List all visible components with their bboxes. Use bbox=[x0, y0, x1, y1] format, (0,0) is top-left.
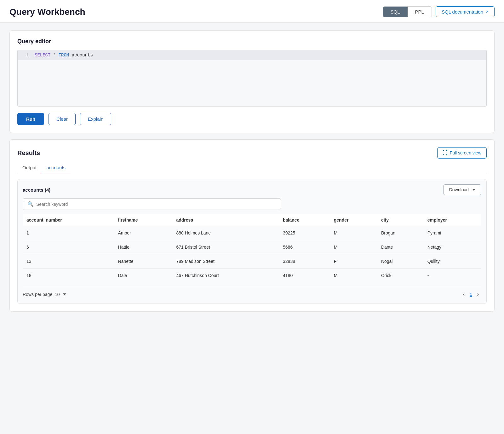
table-header-row-cols: account_number firstname address balance… bbox=[23, 214, 481, 226]
clear-button[interactable]: Clear bbox=[49, 113, 76, 125]
line-content: SELECT * FROM accounts bbox=[33, 53, 486, 58]
col-account-number: account_number bbox=[23, 214, 114, 226]
download-label: Download bbox=[449, 187, 469, 192]
cell-address: 880 Holmes Lane bbox=[172, 226, 279, 240]
results-tabs: Output accounts bbox=[17, 162, 487, 173]
col-firstname: firstname bbox=[114, 214, 173, 226]
keyword-from: FROM bbox=[59, 53, 69, 58]
cell-account_number: 1 bbox=[23, 226, 114, 240]
cell-city: Orick bbox=[377, 269, 424, 283]
cell-balance: 5686 bbox=[279, 240, 330, 254]
explain-button[interactable]: Explain bbox=[80, 113, 111, 125]
sql-doc-label: SQL documentation bbox=[442, 9, 483, 14]
col-city: city bbox=[377, 214, 424, 226]
cell-city: Dante bbox=[377, 240, 424, 254]
col-address: address bbox=[172, 214, 279, 226]
cell-employer: - bbox=[424, 269, 481, 283]
fullscreen-button[interactable]: ⛶ Full screen view bbox=[437, 147, 487, 159]
cell-address: 789 Madison Street bbox=[172, 254, 279, 269]
fullscreen-label: Full screen view bbox=[450, 150, 481, 155]
cell-employer: Pyrami bbox=[424, 226, 481, 240]
cell-gender: M bbox=[330, 240, 377, 254]
cell-city: Nogal bbox=[377, 254, 424, 269]
col-gender: gender bbox=[330, 214, 377, 226]
cell-address: 467 Hutchinson Court bbox=[172, 269, 279, 283]
header-right: SQL PPL SQL documentation ↗ bbox=[383, 6, 495, 17]
tab-output[interactable]: Output bbox=[17, 162, 42, 173]
editor-line-1: 1 SELECT * FROM accounts bbox=[18, 50, 486, 60]
search-icon: 🔍 bbox=[27, 201, 34, 207]
next-page-button[interactable]: › bbox=[475, 290, 481, 298]
results-table: account_number firstname address balance… bbox=[23, 214, 481, 282]
query-table: accounts bbox=[69, 53, 93, 58]
cell-address: 671 Bristol Street bbox=[172, 240, 279, 254]
cell-firstname: Hattie bbox=[114, 240, 173, 254]
table-row: 1Amber880 Holmes Lane39225MBroganPyrami bbox=[23, 226, 481, 240]
external-link-icon: ↗ bbox=[485, 9, 489, 14]
search-input[interactable] bbox=[36, 202, 276, 207]
table-row: 13Nanette789 Madison Street32838FNogalQu… bbox=[23, 254, 481, 269]
chevron-down-icon bbox=[472, 189, 475, 191]
cell-balance: 32838 bbox=[279, 254, 330, 269]
rows-per-page-chevron bbox=[63, 293, 66, 295]
cell-firstname: Nanette bbox=[114, 254, 173, 269]
page-header: Query Workbench SQL PPL SQL documentatio… bbox=[0, 0, 504, 23]
search-bar[interactable]: 🔍 bbox=[23, 198, 281, 210]
results-title: Results bbox=[17, 149, 40, 157]
page-title: Query Workbench bbox=[9, 7, 85, 17]
query-star: * bbox=[50, 53, 58, 58]
ppl-toggle-button[interactable]: PPL bbox=[408, 7, 432, 17]
cell-balance: 39225 bbox=[279, 226, 330, 240]
results-header: Results ⛶ Full screen view bbox=[17, 147, 487, 159]
tab-accounts[interactable]: accounts bbox=[42, 162, 71, 173]
current-page[interactable]: 1 bbox=[470, 292, 472, 297]
col-employer: employer bbox=[424, 214, 481, 226]
fullscreen-icon: ⛶ bbox=[443, 150, 448, 156]
table-row: 6Hattie671 Bristol Street5686MDanteNetag… bbox=[23, 240, 481, 254]
sql-documentation-button[interactable]: SQL documentation ↗ bbox=[436, 6, 495, 17]
rows-per-page-label: Rows per page: 10 bbox=[23, 292, 60, 297]
query-editor-title: Query editor bbox=[17, 38, 487, 45]
page-content: Query editor 1 SELECT * FROM accounts Ru… bbox=[0, 23, 504, 319]
rows-per-page[interactable]: Rows per page: 10 bbox=[23, 292, 66, 297]
cell-gender: M bbox=[330, 269, 377, 283]
table-container: accounts (4) Download 🔍 account_number f… bbox=[17, 179, 487, 304]
table-header-row: accounts (4) Download bbox=[23, 184, 481, 195]
pagination-row: Rows per page: 10 ‹ 1 › bbox=[23, 287, 481, 298]
cell-gender: F bbox=[330, 254, 377, 269]
cell-gender: M bbox=[330, 226, 377, 240]
cell-employer: Netagy bbox=[424, 240, 481, 254]
cell-firstname: Amber bbox=[114, 226, 173, 240]
query-editor-card: Query editor 1 SELECT * FROM accounts Ru… bbox=[9, 30, 495, 133]
keyword-select: SELECT bbox=[35, 53, 50, 58]
run-button[interactable]: Run bbox=[17, 113, 44, 125]
cell-employer: Quility bbox=[424, 254, 481, 269]
cell-city: Brogan bbox=[377, 226, 424, 240]
table-thead: account_number firstname address balance… bbox=[23, 214, 481, 226]
table-body: 1Amber880 Holmes Lane39225MBroganPyrami6… bbox=[23, 226, 481, 283]
col-balance: balance bbox=[279, 214, 330, 226]
download-button[interactable]: Download bbox=[443, 184, 481, 195]
table-label: accounts (4) bbox=[23, 187, 50, 193]
page-nav: ‹ 1 › bbox=[461, 290, 481, 298]
results-card: Results ⛶ Full screen view Output accoun… bbox=[9, 139, 495, 312]
editor-button-row: Run Clear Explain bbox=[17, 113, 487, 125]
cell-firstname: Dale bbox=[114, 269, 173, 283]
query-type-toggle: SQL PPL bbox=[383, 6, 432, 17]
editor-empty-area[interactable] bbox=[18, 60, 486, 92]
cell-account_number: 18 bbox=[23, 269, 114, 283]
table-row: 18Dale467 Hutchinson Court4180MOrick- bbox=[23, 269, 481, 283]
cell-account_number: 13 bbox=[23, 254, 114, 269]
cell-account_number: 6 bbox=[23, 240, 114, 254]
sql-toggle-button[interactable]: SQL bbox=[383, 7, 408, 17]
line-number: 1 bbox=[18, 53, 33, 57]
prev-page-button[interactable]: ‹ bbox=[461, 290, 467, 298]
cell-balance: 4180 bbox=[279, 269, 330, 283]
query-editor-area[interactable]: 1 SELECT * FROM accounts bbox=[17, 50, 487, 107]
